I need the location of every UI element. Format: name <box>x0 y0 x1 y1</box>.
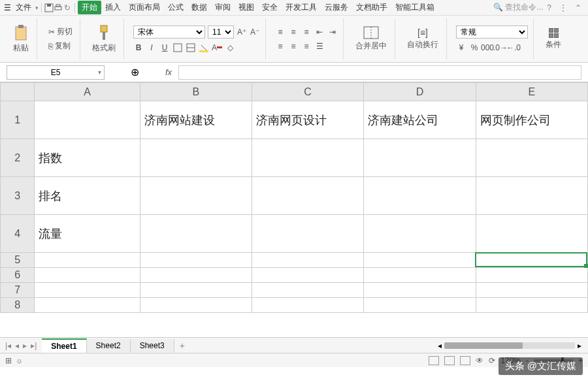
row-header[interactable]: 2 <box>1 139 35 177</box>
cell[interactable] <box>476 215 587 253</box>
merge-center-button[interactable]: 合并居中 <box>353 25 389 53</box>
cell[interactable] <box>252 139 363 177</box>
select-all-corner[interactable] <box>1 83 35 101</box>
cell[interactable] <box>35 101 140 139</box>
align-middle-icon[interactable]: ≡ <box>288 27 299 37</box>
row-header[interactable]: 6 <box>1 268 35 283</box>
eye-icon[interactable]: 👁 <box>476 356 483 365</box>
cell[interactable] <box>364 215 476 253</box>
cell[interactable] <box>364 298 476 313</box>
cell[interactable] <box>140 268 252 283</box>
tab-data[interactable]: 数据 <box>188 2 211 13</box>
cell[interactable]: 网页制作公司 <box>476 101 587 139</box>
last-sheet-icon[interactable]: ▸| <box>29 341 38 350</box>
col-header-e[interactable]: E <box>476 83 587 101</box>
cell[interactable] <box>252 298 363 313</box>
clear-format-icon[interactable]: ◇ <box>225 42 235 53</box>
cell[interactable]: 济南网站建设 <box>140 101 252 139</box>
sheet-tab-2[interactable]: Sheet2 <box>87 339 131 352</box>
align-bottom-icon[interactable]: ≡ <box>301 27 312 37</box>
indent-right-icon[interactable]: ⇥ <box>327 27 338 37</box>
sheet-tab-1[interactable]: Sheet1 <box>42 338 86 353</box>
save-icon[interactable] <box>44 3 54 12</box>
decrease-decimal-icon[interactable]: ←.0 <box>508 42 519 53</box>
cell[interactable] <box>364 139 476 177</box>
cell[interactable] <box>364 177 476 215</box>
tab-smart-tools[interactable]: 智能工具箱 <box>391 2 438 13</box>
thousands-icon[interactable]: 000 <box>482 42 493 53</box>
more-icon[interactable]: ⋮ <box>559 3 567 12</box>
cell[interactable] <box>140 215 252 253</box>
cell[interactable] <box>35 283 140 298</box>
percent-button[interactable]: % <box>469 42 480 53</box>
scrollbar-thumb[interactable] <box>444 342 523 349</box>
cell[interactable] <box>35 298 140 313</box>
tab-insert[interactable]: 插入 <box>101 2 125 13</box>
cell[interactable] <box>476 139 587 177</box>
zoom-slider[interactable] <box>534 359 573 362</box>
indent-left-icon[interactable]: ⇤ <box>314 27 325 37</box>
cell[interactable] <box>140 283 252 298</box>
scroll-right-icon[interactable]: ▸ <box>578 341 581 350</box>
wrap-text-button[interactable]: [≡] 自动换行 <box>404 26 441 52</box>
conditional-format-button[interactable]: 条件 <box>543 27 564 52</box>
zoom-formula-icon[interactable]: ⊕ <box>131 66 139 78</box>
format-painter-button[interactable]: 格式刷 <box>90 23 118 55</box>
redo-icon[interactable]: ↻ <box>63 3 72 12</box>
hamburger-icon[interactable]: ☰ <box>3 3 12 12</box>
cut-button[interactable]: ✂剪切 <box>46 25 74 38</box>
cell[interactable]: 流量 <box>35 215 140 253</box>
cell[interactable] <box>140 298 252 313</box>
cell[interactable] <box>252 215 363 253</box>
zoom-in-button[interactable]: + <box>578 356 583 365</box>
col-header-d[interactable]: D <box>364 83 476 101</box>
tab-home[interactable]: 开始 <box>78 1 101 14</box>
bold-button[interactable]: B <box>133 42 144 53</box>
paste-button[interactable]: 粘贴 <box>10 23 31 55</box>
zoom-out-button[interactable]: - <box>526 356 529 365</box>
underline-button[interactable]: U <box>159 42 170 53</box>
row-header[interactable]: 7 <box>1 283 35 298</box>
name-box[interactable]: E5 <box>7 65 105 80</box>
row-header[interactable]: 4 <box>1 215 35 253</box>
decrease-font-icon[interactable]: A⁻ <box>250 27 260 37</box>
cell[interactable] <box>252 268 363 283</box>
scroll-left-icon[interactable]: ◂ <box>438 341 442 350</box>
grid-table[interactable]: A B C D E 1济南网站建设济南网页设计济南建站公司网页制作公司 2指数 … <box>0 82 588 313</box>
border-button[interactable] <box>172 42 183 53</box>
cell[interactable] <box>252 177 363 215</box>
fx-label[interactable]: fx <box>165 67 172 77</box>
cell[interactable] <box>140 253 252 268</box>
page-view-button[interactable] <box>444 356 455 365</box>
col-header-b[interactable]: B <box>140 83 252 101</box>
tab-cloud[interactable]: 云服务 <box>321 2 352 13</box>
align-left-icon[interactable]: ≡ <box>275 41 286 52</box>
align-top-icon[interactable]: ≡ <box>275 27 286 37</box>
formula-input[interactable] <box>178 65 581 80</box>
cell[interactable]: 济南建站公司 <box>364 101 476 139</box>
cell[interactable] <box>35 268 140 283</box>
status-input-icon[interactable]: ☼ <box>16 356 23 365</box>
normal-view-button[interactable] <box>429 356 439 365</box>
cell[interactable] <box>252 283 363 298</box>
cell[interactable]: 指数 <box>35 139 140 177</box>
cell[interactable] <box>364 253 476 268</box>
collapse-ribbon-icon[interactable]: ⌃ <box>575 3 581 12</box>
cell[interactable]: 济南网页设计 <box>252 101 363 139</box>
cell[interactable] <box>364 283 476 298</box>
distribute-icon[interactable]: ☰ <box>314 41 325 52</box>
sheet-tab-3[interactable]: Sheet3 <box>131 339 174 352</box>
cell[interactable] <box>364 268 476 283</box>
search-commands[interactable]: 🔍 查找命令... <box>493 2 543 13</box>
tab-security[interactable]: 安全 <box>258 2 282 13</box>
horizontal-scrollbar[interactable] <box>444 342 575 349</box>
font-color-button[interactable]: A <box>212 42 222 53</box>
font-name-select[interactable]: 宋体 <box>133 25 205 39</box>
prev-sheet-icon[interactable]: ◂ <box>14 341 20 350</box>
cell[interactable] <box>35 253 140 268</box>
increase-font-icon[interactable]: A⁺ <box>237 27 247 37</box>
cell-e5[interactable] <box>476 253 587 268</box>
tab-review[interactable]: 审阅 <box>211 2 235 13</box>
currency-icon[interactable]: ¥ <box>456 42 466 53</box>
break-view-button[interactable] <box>460 356 470 365</box>
